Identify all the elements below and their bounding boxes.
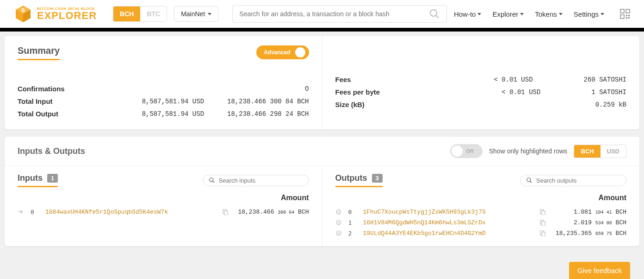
bitcoin-icon: ₿ [335, 219, 343, 226]
svg-rect-12 [628, 17, 630, 19]
coin-tabs: BCH BTC [113, 6, 167, 22]
tx-row: ₿ 1 16H1V84M6QgdWH5nQ14Km6hwLs3mLSZrDx 2… [335, 217, 627, 228]
summary-row: Fees per byte < 0.01 USD 1 SATOSHI [335, 86, 627, 98]
summary-row: Size (kB) 0.259 kB [335, 98, 627, 111]
summary-row: Total Output 8,587,581.94 USD 18,238.466… [18, 108, 309, 120]
tx-index: 2 [348, 230, 358, 237]
inputs-search[interactable] [203, 175, 309, 186]
inputs-title: Inputs [18, 173, 43, 183]
summary-value: 260 SATOSHI [584, 76, 626, 83]
summary-row: Total Input 8,587,581.94 USD 18,238.466 … [18, 95, 309, 108]
nav-explorer-label: Explorer [492, 10, 518, 18]
copy-icon[interactable] [539, 219, 547, 226]
summary-value: 18,238.466 300 84 BCH [227, 98, 309, 105]
logo[interactable]: B BITCOIN CASH (BCH) BLOCK EXPLORER [14, 5, 97, 23]
tx-address[interactable]: 1G84waxUH4KNfe5r1QoSpuqbSd5K4esW7k [45, 209, 217, 216]
outputs-search-input[interactable] [536, 177, 620, 184]
summary-row: Fees < 0.01 USD 260 SATOSHI [335, 73, 627, 86]
tx-address[interactable]: 16H1V84M6QgdWH5nQ14Km6hwLs3mLSZrDx [363, 219, 534, 226]
outputs-search[interactable] [520, 175, 626, 186]
summary-value-usd: < 0.01 USD [494, 76, 533, 83]
svg-point-13 [209, 178, 213, 182]
summary-value: 0.259 kB [595, 101, 626, 108]
summary-title: Summary [18, 45, 60, 60]
header: B BITCOIN CASH (BCH) BLOCK EXPLORER BCH … [0, 0, 644, 28]
network-label: MainNet [181, 10, 205, 18]
nav-howto-label: How-to [454, 10, 476, 18]
svg-rect-22 [542, 211, 545, 215]
tx-amount: 1.081 104 41 BCH [552, 209, 626, 216]
tx-index: 1 [348, 219, 358, 226]
summary-value: O [305, 85, 309, 93]
outputs-column: Outputs 3 Amount ₿ 0 1FhuC7XoucpWsTtygjj… [322, 166, 640, 246]
chevron-down-icon [559, 13, 563, 15]
network-select[interactable]: MainNet [174, 6, 218, 22]
nav-settings[interactable]: Settings [574, 10, 604, 18]
tx-amount: 18,235.365 659 75 BCH [552, 230, 626, 237]
inputs-search-input[interactable] [219, 177, 303, 184]
tx-row: ₿ 0 1FhuC7XoucpWsTtygjjZsWK5H93gLk3j7S 1… [335, 207, 627, 217]
outputs-title: Outputs [335, 173, 367, 183]
tx-index: 0 [348, 209, 358, 216]
svg-rect-30 [542, 232, 545, 236]
highlight-label: Show only highlighted rows [489, 147, 568, 155]
svg-rect-6 [620, 9, 624, 13]
divider-bar [0, 28, 644, 32]
qr-icon[interactable] [620, 9, 630, 19]
tx-index: 0 [31, 209, 40, 216]
svg-rect-8 [620, 15, 624, 19]
tx-address[interactable]: 19ULdQ44A3YE4EKb5go1rwEHCn4D4G2YmD [363, 230, 534, 237]
summary-card: Summary Advanced Confirmations O Total I… [5, 36, 639, 129]
svg-line-5 [436, 15, 439, 18]
io-title: Inputs & Outputs [18, 146, 85, 156]
currency-tabs: BCH USD [574, 145, 626, 158]
svg-rect-9 [626, 15, 627, 16]
chevron-down-icon [601, 13, 604, 15]
search-icon [429, 8, 440, 19]
tab-bch[interactable]: BCH [113, 6, 140, 21]
copy-icon[interactable] [539, 230, 547, 236]
search-icon [209, 177, 215, 184]
nav-explorer[interactable]: Explorer [492, 10, 524, 18]
svg-point-17 [527, 178, 531, 182]
advanced-toggle[interactable]: Advanced [256, 45, 309, 59]
summary-label: Size (kB) [335, 101, 365, 108]
tx-row: 0 1G84waxUH4KNfe5r1QoSpuqbSd5K4esW7k 18,… [18, 207, 309, 217]
nav-tokens[interactable]: Tokens [535, 10, 563, 18]
chevron-down-icon [477, 13, 481, 15]
svg-text:₿: ₿ [337, 221, 340, 225]
arrow-in-icon [18, 209, 25, 215]
search-box[interactable] [232, 5, 447, 23]
svg-rect-26 [542, 222, 545, 226]
bitcoin-icon: ₿ [335, 209, 343, 215]
svg-point-4 [430, 10, 437, 16]
currency-tab-bch[interactable]: BCH [574, 145, 600, 158]
currency-tab-usd[interactable]: USD [601, 145, 626, 158]
nav-howto[interactable]: How-to [454, 10, 482, 18]
outputs-amount-header: Amount [335, 194, 627, 202]
toggle-knob [452, 146, 463, 157]
summary-value: 1 SATOSHI [591, 89, 626, 96]
inputs-count: 1 [47, 174, 58, 183]
search-input[interactable] [239, 10, 429, 18]
svg-rect-16 [224, 211, 228, 215]
summary-row: Confirmations O [18, 82, 309, 95]
svg-line-18 [530, 181, 532, 183]
highlight-toggle[interactable]: Off [450, 144, 483, 158]
summary-value-usd: < 0.01 USD [502, 89, 540, 96]
copy-icon[interactable] [222, 209, 229, 215]
chevron-down-icon [208, 13, 211, 15]
nav: How-to Explorer Tokens Settings [454, 9, 630, 19]
toggle-off-label: Off [466, 148, 474, 154]
summary-label: Fees per byte [335, 88, 380, 96]
tab-btc[interactable]: BTC [140, 6, 167, 21]
summary-label: Fees [335, 76, 351, 83]
svg-text:₿: ₿ [337, 210, 340, 214]
copy-icon[interactable] [539, 209, 547, 215]
toggle-knob [295, 47, 305, 57]
tx-address[interactable]: 1FhuC7XoucpWsTtygjjZsWK5H93gLk3j7S [363, 209, 534, 216]
tx-amount: 18,238.466 300 84 BCH [235, 209, 309, 216]
tx-row: ₿ 2 19ULdQ44A3YE4EKb5go1rwEHCn4D4G2YmD 1… [335, 228, 627, 239]
summary-label: Total Input [18, 97, 53, 105]
svg-rect-11 [626, 17, 627, 19]
